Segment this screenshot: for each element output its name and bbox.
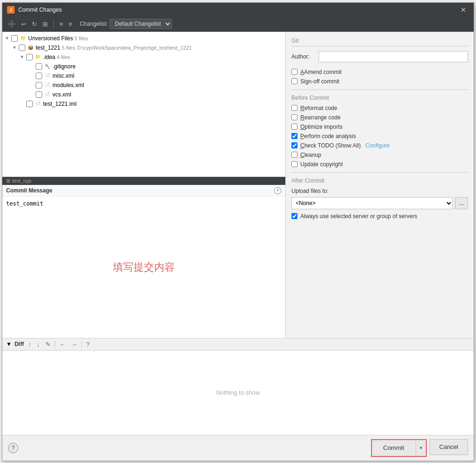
diff-next-btn[interactable]: → (70, 340, 79, 348)
unversioned-count: 5 files (74, 36, 88, 41)
close-button[interactable]: ✕ (458, 5, 469, 15)
commit-msg-wrapper: test_commit 填写提交内容 (2, 197, 285, 338)
toolbar-expand-btn[interactable]: ≡ (58, 20, 65, 29)
left-panel: ▼ 📁 Unversioned Files 5 files ▼ 📦 test_1… (2, 32, 286, 338)
expand-arrow-unversioned: ▼ (4, 36, 10, 41)
diff-down-btn[interactable]: ↓ (35, 340, 41, 348)
diff-up-btn[interactable]: ↑ (27, 340, 33, 348)
checkbox-modules-xml[interactable] (36, 82, 42, 88)
toolbar-collapse-btn[interactable]: ≡ (67, 20, 74, 29)
diff-help-btn[interactable]: ? (85, 340, 91, 348)
title-bar: J Commit Changes ✕ (2, 3, 474, 17)
divider-2 (291, 172, 468, 173)
commit-msg-header: Commit Message 🕐 (2, 185, 285, 197)
changelist-select[interactable]: Default Changelist (110, 19, 172, 29)
commit-dropdown-button[interactable]: ▾ (416, 440, 426, 456)
toolbar: ➕ ↩ ↻ ⊞ ≡ ≡ Changelist: Default Changeli… (2, 17, 474, 32)
commit-button[interactable]: Commit (372, 440, 416, 456)
idea-folder-name: .idea (43, 54, 55, 60)
gitignore-name: .gitignore (52, 63, 75, 70)
before-commit-title: Before Commit (291, 95, 468, 101)
project-path: D:\cyp\WorkSpace\idea_Project\git_test\t… (77, 45, 192, 51)
upload-select[interactable]: <None> (291, 197, 453, 209)
changelist-label: Changelist: (80, 21, 108, 27)
vcs-xml-icon: 📄 (44, 91, 51, 98)
commit-placeholder: 填写提交内容 (113, 260, 175, 274)
diff-sep (55, 340, 55, 348)
diff-header: ▼ Diff ↑ ↓ ✎ ← → ? (2, 338, 474, 351)
bottom-bar: ? Commit ▾ Cancel (2, 435, 474, 461)
help-button[interactable]: ? (8, 443, 18, 453)
file-tree-area: ▼ 📁 Unversioned Files 5 files ▼ 📦 test_1… (2, 32, 285, 177)
author-input[interactable] (319, 51, 468, 62)
tree-item-misc-xml[interactable]: 📄 misc.xml (2, 71, 285, 81)
upload-row: <None> ... (291, 197, 468, 209)
update-copyright-checkbox[interactable] (291, 161, 298, 167)
vcs-xml-name: vcs.xml (52, 91, 71, 98)
toolbar-group-btn[interactable]: ⊞ (41, 20, 50, 29)
checkbox-vcs-xml[interactable] (36, 91, 42, 98)
update-copyright-label: Update copyright (300, 161, 343, 168)
always-use-row: Always use selected server or group of s… (291, 213, 468, 220)
project-count: 5 files (62, 45, 75, 51)
perform-analysis-row: Perform code analysis (291, 133, 468, 140)
commit-message-input[interactable]: test_commit (2, 197, 85, 217)
reformat-code-checkbox[interactable] (291, 105, 298, 111)
misc-xml-icon: 📄 (44, 72, 51, 80)
upload-browse-button[interactable]: ... (455, 197, 468, 209)
checkbox-project[interactable] (19, 44, 25, 51)
diff-sep-2 (82, 340, 82, 348)
cleanup-label: Cleanup (300, 152, 321, 158)
checkbox-idea[interactable] (26, 54, 33, 60)
optimize-imports-checkbox[interactable] (291, 124, 298, 130)
cleanup-row: Cleanup (291, 152, 468, 158)
upload-label: Upload files to: (291, 188, 468, 194)
diff-content: Nothing to show (2, 351, 474, 435)
commit-msg-history-icon[interactable]: 🕐 (274, 187, 282, 194)
diff-edit-btn[interactable]: ✎ (44, 340, 52, 348)
tree-item-modules-xml[interactable]: 📄 modules.xml (2, 81, 285, 90)
checkbox-misc-xml[interactable] (36, 73, 42, 79)
project-name: test_1221 (36, 44, 60, 51)
tree-item-unversioned[interactable]: ▼ 📁 Unversioned Files 5 files (2, 34, 285, 43)
perform-analysis-checkbox[interactable] (291, 133, 298, 139)
after-commit-section: After Commit Upload files to: <None> ...… (291, 177, 468, 220)
always-use-checkbox[interactable] (291, 213, 298, 219)
diff-section: ▼ Diff ↑ ↓ ✎ ← → ? Nothing to show (2, 338, 474, 435)
tree-item-vcs-xml[interactable]: 📄 vcs.xml (2, 90, 285, 99)
configure-link[interactable]: Configure (365, 142, 390, 149)
commit-msg-label: Commit Message (6, 187, 52, 194)
status-label: test_cyp (12, 178, 31, 184)
tree-item-idea-folder[interactable]: ▼ 📁 .idea 4 files (2, 52, 285, 62)
tree-item-project[interactable]: ▼ 📦 test_1221 5 files D:\cyp\WorkSpace\i… (2, 43, 285, 52)
toolbar-refresh-btn[interactable]: ↻ (30, 20, 39, 29)
diff-prev-btn[interactable]: ← (58, 340, 67, 348)
check-todo-checkbox[interactable] (291, 142, 298, 148)
tree-item-iml[interactable]: 📄 test_1221.iml (2, 99, 285, 109)
amend-commit-checkbox[interactable] (291, 69, 298, 75)
idea-count: 4 files (57, 54, 70, 60)
rearrange-code-checkbox[interactable] (291, 114, 298, 120)
sign-off-checkbox[interactable] (291, 78, 298, 84)
divider-1 (291, 89, 468, 90)
update-copyright-row: Update copyright (291, 161, 468, 168)
tree-item-gitignore[interactable]: 🔧 .gitignore (2, 62, 285, 71)
cancel-button[interactable]: Cancel (430, 439, 468, 455)
toolbar-add-btn[interactable]: ➕ (6, 20, 17, 29)
commit-changes-dialog: J Commit Changes ✕ ➕ ↩ ↻ ⊞ ≡ ≡ Changelis… (2, 2, 474, 461)
reformat-code-row: Reformat code (291, 105, 468, 111)
checkbox-gitignore[interactable] (36, 63, 42, 70)
author-label: Author: (291, 53, 315, 60)
project-icon: 📦 (27, 44, 34, 51)
commit-btn-group: Commit ▾ (371, 439, 427, 457)
amend-commit-row: AAmend commit (291, 69, 468, 75)
diff-expand-arrow: ▼ (6, 341, 12, 347)
folder-icon-unversioned: 📁 (19, 35, 27, 42)
diff-title: Diff (15, 341, 24, 347)
cleanup-checkbox[interactable] (291, 152, 298, 158)
check-todo-row: Check TODO (Show All) Configure (291, 142, 468, 149)
checkbox-iml[interactable] (26, 101, 33, 107)
rearrange-code-row: Rearrange code (291, 114, 468, 121)
checkbox-unversioned[interactable] (11, 35, 18, 42)
toolbar-undo-btn[interactable]: ↩ (19, 20, 28, 29)
